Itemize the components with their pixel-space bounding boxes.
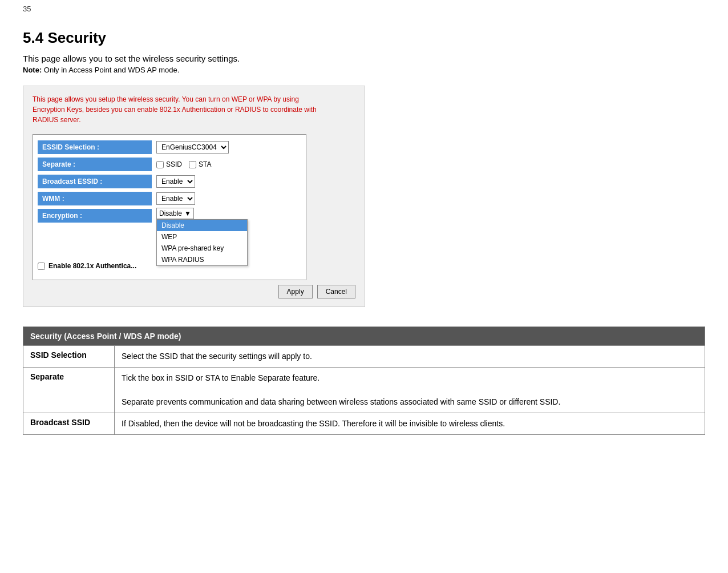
essid-label: ESSID Selection : [38, 140, 152, 154]
encryption-dropdown-container: Disable ▼ Disable WEP WPA pre-shared key… [156, 208, 194, 219]
enable802-checkbox[interactable] [38, 263, 45, 270]
cancel-button[interactable]: Cancel [317, 285, 355, 298]
ui-mockup: This page allows you setup the wireless … [23, 86, 365, 307]
ssid-checkbox[interactable] [156, 161, 164, 168]
encryption-row: Encryption : Disable ▼ Disable WEP WPA p… [38, 208, 301, 224]
encryption-select-shown[interactable]: Disable ▼ [156, 208, 194, 219]
table-row: SSID Selection Select the SSID that the … [23, 346, 705, 368]
table-header: Security (Access Point / WDS AP mode) [23, 327, 705, 346]
sta-checkbox-label[interactable]: STA [189, 160, 211, 168]
wmm-row: WMM : Enable [38, 191, 301, 207]
dropdown-option-wpa-psk[interactable]: WPA pre-shared key [157, 243, 247, 254]
table-row: Separate Tick the box in SSID or STA to … [23, 368, 705, 413]
ssid-checkbox-label[interactable]: SSID [156, 160, 182, 168]
separate-row: Separate : SSID STA [38, 156, 301, 172]
field-desc-broadcast-ssid: If Disabled, then the device will not be… [115, 413, 705, 435]
field-name-ssid-selection: SSID Selection [23, 346, 115, 368]
sta-checkbox[interactable] [189, 161, 196, 168]
broadcast-select[interactable]: Enable [156, 175, 195, 188]
ui-form: ESSID Selection : EnGeniusCC3004 Separat… [33, 134, 306, 280]
encryption-dropdown-open: Disable WEP WPA pre-shared key WPA RADIU… [156, 219, 248, 266]
section-note: Note: Only in Access Point and WDS AP mo… [23, 66, 705, 74]
field-name-separate: Separate [23, 368, 115, 413]
essid-select[interactable]: EnGeniusCC3004 [156, 141, 229, 154]
field-name-broadcast-ssid: Broadcast SSID [23, 413, 115, 435]
dropdown-option-wep[interactable]: WEP [157, 231, 247, 243]
dropdown-option-wpa-radius[interactable]: WPA RADIUS [157, 254, 247, 265]
wmm-label: WMM : [38, 192, 152, 205]
essid-row: ESSID Selection : EnGeniusCC3004 [38, 139, 301, 155]
broadcast-row: Broadcast ESSID : Enable [38, 173, 301, 189]
field-desc-ssid-selection: Select the SSID that the security settin… [115, 346, 705, 368]
apply-button[interactable]: Apply [278, 285, 313, 298]
ui-description: This page allows you setup the wireless … [33, 94, 329, 125]
encryption-label: Encryption : [38, 209, 152, 223]
description-table: Security (Access Point / WDS AP mode) SS… [23, 326, 705, 435]
action-buttons-row: Apply Cancel [33, 285, 355, 298]
enable802-label[interactable]: Enable 802.1x Authentica... [38, 260, 136, 272]
table-row: Broadcast SSID If Disabled, then the dev… [23, 413, 705, 435]
section-intro: This page allows you to set the wireless… [23, 54, 705, 63]
wmm-select[interactable]: Enable [156, 192, 195, 205]
dropdown-arrow-icon: ▼ [184, 209, 191, 217]
field-desc-separate: Tick the box in SSID or STA to Enable Se… [115, 368, 705, 413]
dropdown-option-disable[interactable]: Disable [157, 220, 247, 231]
separate-label: Separate : [38, 158, 152, 171]
broadcast-label: Broadcast ESSID : [38, 175, 152, 188]
section-title: 5.4 Security [23, 29, 705, 47]
page-number: 35 [0, 0, 728, 18]
